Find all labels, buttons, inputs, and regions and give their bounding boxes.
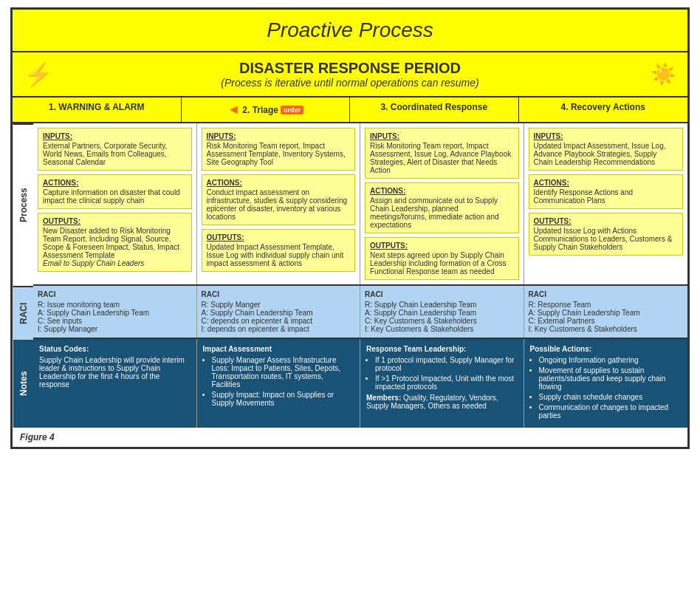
process-col-3: INPUTS: Risk Monitoring Team report, Imp… — [360, 123, 524, 284]
notes-cells: Status Codes: Supply Chain Leadership wi… — [33, 339, 687, 428]
process-cells: INPUTS: External Partners, Corporate Sec… — [33, 123, 687, 286]
list-item: If >1 Protocol Impacted, Unit with the m… — [375, 374, 518, 391]
process-inputs-3: INPUTS: Risk Monitoring Team report, Imp… — [365, 128, 519, 179]
disaster-banner: ⚡ DISASTER RESPONSE PERIOD (Process is i… — [13, 52, 687, 97]
notes-sublist-3: If 1 protocol impacted, Supply Manager f… — [366, 356, 518, 391]
sun-icon: ☀️ — [651, 62, 676, 86]
col-header-1: 1. WARNING & ALARM — [13, 97, 182, 122]
raci-col-1: RACI R: Issue monitoring team A: Supply … — [33, 286, 197, 338]
order-badge: order — [281, 106, 303, 114]
process-col-1: INPUTS: External Partners, Corporate Sec… — [33, 123, 197, 284]
notes-col-2: Impact Assessment Supply Manager Assess … — [197, 339, 361, 428]
notes-col-3: Response Team Leadership: If 1 protocol … — [360, 339, 524, 428]
process-inputs-1: INPUTS: External Partners, Corporate Sec… — [38, 128, 192, 171]
process-actions-4: ACTIONS: Identify Response Actions and C… — [529, 174, 684, 209]
process-actions-3: ACTIONS: Assign and communicate out to S… — [365, 182, 519, 233]
notes-list-2: Supply Manager Assess Infrastructure Los… — [203, 356, 354, 407]
list-item: Ongoing Information gathering — [539, 356, 682, 364]
notes-members-label: Members: Quality, Regulatory, Vendors, S… — [366, 394, 518, 410]
list-item: Supply Manager Assess Infrastructure Los… — [212, 356, 354, 389]
process-inputs-4: INPUTS: Updated Impact Assessment, Issue… — [529, 128, 684, 171]
list-item: Supply Impact: Impact on Supplies or Sup… — [212, 391, 354, 407]
proactive-header: Proactive Process — [13, 10, 687, 52]
process-actions-2: ACTIONS: Conduct impact assessment on in… — [202, 174, 356, 225]
raci-col-3: RACI R: Supply Chain Leadership Team A: … — [360, 286, 524, 338]
figure-label: Figure 4 — [13, 428, 687, 447]
notes-col-1: Status Codes: Supply Chain Leadership wi… — [33, 339, 197, 428]
list-item: Movement of supplies to sustain patients… — [539, 366, 682, 391]
arrow-left-icon: ◄ — [227, 102, 240, 117]
process-outputs-2: OUTPUTS: Updated Impact Assessment Templ… — [202, 229, 356, 272]
process-inputs-2: INPUTS: Risk Monitoring Team report, Imp… — [202, 128, 356, 171]
raci-cells: RACI R: Issue monitoring team A: Supply … — [33, 286, 687, 339]
main-container: Proactive Process ⚡ DISASTER RESPONSE PE… — [10, 7, 690, 449]
process-actions-1: ACTIONS: Capture information on disaster… — [38, 174, 192, 209]
process-outputs-3: OUTPUTS: Next steps agreed upon by Suppl… — [365, 237, 519, 280]
col-header-2: ◄ 2. Triage order — [182, 97, 351, 122]
raci-col-4: RACI R: Response Team A: Supply Chain Le… — [524, 286, 688, 338]
raci-row-label: RACI — [13, 286, 33, 339]
proactive-title: Proactive Process — [21, 18, 679, 42]
disaster-subtitle: (Process is iterative until normal opera… — [221, 77, 478, 89]
process-outputs-1: OUTPUTS: New Disaster added to Risk Moni… — [38, 213, 192, 272]
process-col-2: INPUTS: Risk Monitoring Team report, Imp… — [197, 123, 361, 284]
list-item: If 1 protocol impacted, Supply Manager f… — [375, 356, 518, 372]
notes-list-4: Ongoing Information gathering Movement o… — [530, 356, 682, 420]
col-header-3: 3. Coordinated Response — [350, 97, 519, 122]
columns-header: 1. WARNING & ALARM ◄ 2. Triage order 3. … — [13, 97, 687, 123]
notes-col-4: Possible Actions: Ongoing Information ga… — [524, 339, 688, 428]
lightning-icon: ⚡ — [24, 61, 53, 89]
list-item: Supply chain schedule changes — [539, 393, 682, 401]
col-header-4: 4. Recovery Actions — [519, 97, 688, 122]
notes-row-label: Notes — [13, 339, 33, 428]
list-item: Communication of changes to impacted par… — [539, 403, 682, 420]
disaster-title: DISASTER RESPONSE PERIOD — [221, 60, 478, 77]
raci-col-2: RACI R: Supply Manger A: Supply Chain Le… — [197, 286, 361, 338]
disaster-banner-text: DISASTER RESPONSE PERIOD (Process is ite… — [221, 60, 478, 89]
main-grid: Process INPUTS: External Partners, Corpo… — [13, 123, 687, 428]
process-row-label: Process — [13, 123, 33, 286]
process-outputs-4: OUTPUTS: Updated Issue Log with Actions … — [529, 213, 684, 256]
process-col-4: INPUTS: Updated Impact Assessment, Issue… — [524, 123, 688, 284]
